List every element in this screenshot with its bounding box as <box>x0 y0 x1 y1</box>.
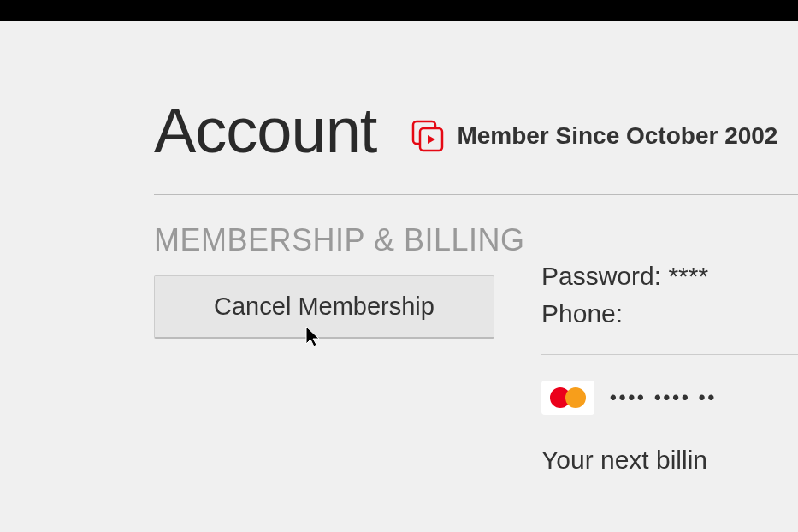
password-row: Password: **** <box>541 262 798 291</box>
account-content: Account Member Since October 2002 MEMBER… <box>0 21 798 475</box>
member-since-text: Member Since October 2002 <box>457 122 777 150</box>
member-since-badge: Member Since October 2002 <box>411 119 777 153</box>
phone-label: Phone: <box>541 299 623 328</box>
page-title: Account <box>154 94 376 167</box>
next-billing-text: Your next billin <box>541 446 798 475</box>
info-divider <box>541 354 798 355</box>
section-left: MEMBERSHIP & BILLING Cancel Membership <box>154 222 541 475</box>
header-row: Account Member Since October 2002 <box>154 94 798 167</box>
password-label: Password: <box>541 262 668 290</box>
mastercard-icon <box>541 381 594 415</box>
phone-row: Phone: <box>541 299 798 328</box>
header-divider <box>154 194 798 195</box>
cancel-membership-button[interactable]: Cancel Membership <box>154 275 494 339</box>
membership-section: MEMBERSHIP & BILLING Cancel Membership P… <box>154 222 798 475</box>
card-number-masked: •••• •••• •• <box>610 387 717 409</box>
top-bar <box>0 0 798 21</box>
member-icon <box>411 119 445 153</box>
section-right: Password: **** Phone: •••• •••• •• Your … <box>541 222 798 475</box>
section-title: MEMBERSHIP & BILLING <box>154 222 541 258</box>
password-value: **** <box>668 262 708 290</box>
payment-card-row: •••• •••• •• <box>541 381 798 415</box>
